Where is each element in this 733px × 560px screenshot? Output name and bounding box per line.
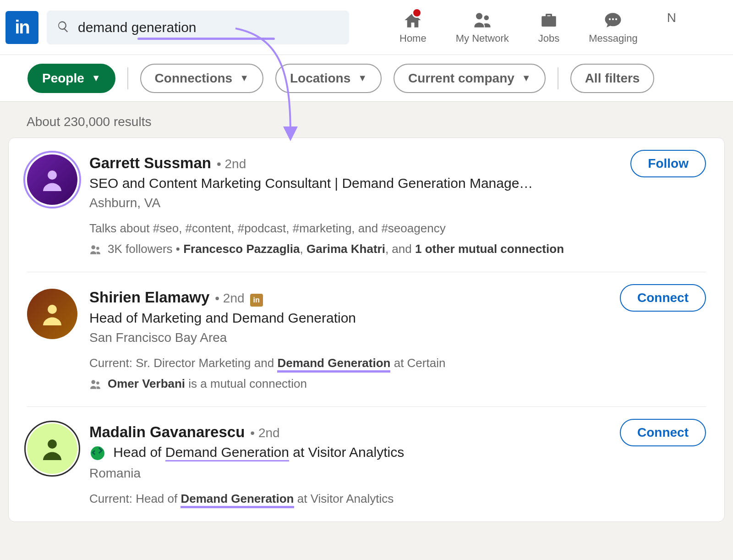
filter-label: Current company <box>408 71 514 86</box>
search-bar[interactable] <box>47 11 349 44</box>
status-emoji-icon <box>89 445 106 461</box>
avatar[interactable] <box>27 289 77 339</box>
result-mutual: Omer Verbani is a mutual connection <box>89 377 706 391</box>
nav-messaging[interactable]: Messaging <box>589 11 637 44</box>
result-name[interactable]: Garrett Sussman <box>89 154 211 172</box>
nav-network[interactable]: My Network <box>456 11 509 44</box>
filter-label: All filters <box>585 71 640 86</box>
svg-point-0 <box>48 170 57 180</box>
result-location: Romania <box>89 466 706 481</box>
svg-point-1 <box>48 305 57 314</box>
result-item: Garrett Sussman • 2nd SEO and Content Ma… <box>27 138 706 272</box>
results-list: Garrett Sussman • 2nd SEO and Content Ma… <box>8 137 725 522</box>
result-headline: Head of Demand Generation at Visitor Ana… <box>89 445 575 461</box>
result-degree: • 2nd <box>215 291 244 306</box>
result-headline: SEO and Content Marketing Consultant | D… <box>89 176 575 191</box>
chevron-down-icon: ▼ <box>358 73 367 83</box>
premium-badge-icon: in <box>250 294 263 307</box>
filter-locations[interactable]: Locations ▼ <box>275 64 382 93</box>
highlight: Demand Generation <box>342 176 465 191</box>
result-mutual: 3K followers • Francesco Pazzaglia, Gari… <box>89 242 706 256</box>
nav-label: Messaging <box>589 33 637 44</box>
filter-label: Connections <box>155 71 233 86</box>
nav-label: Home <box>399 33 427 44</box>
result-degree: • 2nd <box>217 157 246 171</box>
result-headline: Head of Marketing and Demand Generation <box>89 310 575 326</box>
nav-label: N <box>667 11 676 25</box>
filter-people[interactable]: People ▼ <box>27 64 115 93</box>
follow-button[interactable]: Follow <box>630 150 706 177</box>
result-name[interactable]: Shirien Elamawy <box>89 289 209 306</box>
result-item: Madalin Gavanarescu • 2nd Head of Demand… <box>27 407 706 522</box>
result-location: San Francisco Bay Area <box>89 330 706 345</box>
highlight: Demand Generation <box>165 445 289 461</box>
notification-badge <box>412 8 422 18</box>
highlight: Demand Generation <box>181 492 294 508</box>
connect-button[interactable]: Connect <box>620 419 706 446</box>
avatar[interactable] <box>27 154 77 205</box>
chevron-down-icon: ▼ <box>522 73 531 83</box>
filter-all[interactable]: All filters <box>570 64 655 93</box>
global-nav: Home My Network Jobs Messaging N <box>399 11 658 44</box>
nav-jobs[interactable]: Jobs <box>538 11 559 44</box>
nav-label: Jobs <box>538 33 559 44</box>
filter-connections[interactable]: Connections ▼ <box>140 64 263 93</box>
global-header: in Home My Network Jobs Messaging N <box>0 0 733 55</box>
result-current: Current: Sr. Director Marketing and Dema… <box>89 356 706 370</box>
highlight: Demand Generation <box>232 310 356 326</box>
result-name[interactable]: Madalin Gavanarescu <box>89 423 245 441</box>
filter-current-company[interactable]: Current company ▼ <box>394 64 546 93</box>
connect-button[interactable]: Connect <box>620 284 706 312</box>
people-icon <box>89 244 101 256</box>
result-degree: • 2nd <box>250 426 279 440</box>
svg-point-2 <box>48 439 57 449</box>
nav-notifications[interactable]: N <box>667 11 676 44</box>
search-input[interactable] <box>78 20 339 35</box>
result-talks-about: Talks about #seo, #content, #podcast, #m… <box>89 221 706 236</box>
highlight: Demand Generation <box>277 356 390 373</box>
linkedin-logo[interactable]: in <box>5 11 38 44</box>
chevron-down-icon: ▼ <box>92 73 101 83</box>
divider <box>127 67 128 89</box>
filter-label: Locations <box>290 71 350 86</box>
filter-label: People <box>42 71 84 86</box>
filter-bar: People ▼ Connections ▼ Locations ▼ Curre… <box>0 55 733 102</box>
results-count: About 230,000 results <box>0 102 733 137</box>
annotation-underline <box>137 38 275 40</box>
people-icon <box>89 379 101 390</box>
search-icon <box>57 20 70 35</box>
divider <box>558 67 558 89</box>
avatar[interactable] <box>27 423 77 474</box>
nav-label: My Network <box>456 33 509 44</box>
result-item: Shirien Elamawy • 2nd in Head of Marketi… <box>27 272 706 407</box>
chevron-down-icon: ▼ <box>240 73 249 83</box>
nav-home[interactable]: Home <box>399 11 427 44</box>
result-location: Ashburn, VA <box>89 196 706 210</box>
result-current: Current: Head of Demand Generation at Vi… <box>89 492 706 506</box>
